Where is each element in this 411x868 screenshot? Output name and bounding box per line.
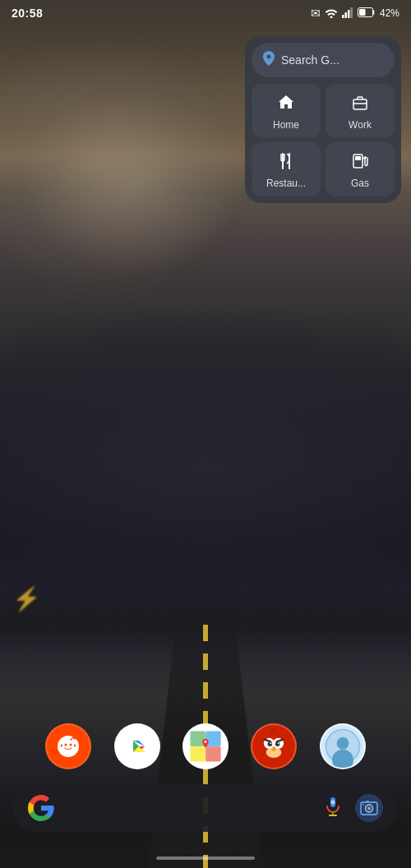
nav-work-label: Work <box>349 119 372 131</box>
svg-point-18 <box>70 744 72 746</box>
restaurant-icon <box>277 152 295 174</box>
svg-point-35 <box>275 741 280 746</box>
svg-point-48 <box>367 807 371 810</box>
battery-icon <box>358 7 376 20</box>
signal-icon <box>342 7 353 21</box>
svg-point-15 <box>61 738 76 753</box>
svg-rect-2 <box>348 10 350 18</box>
home-indicator[interactable] <box>156 856 255 860</box>
nav-home[interactable]: Home <box>252 84 321 137</box>
svg-rect-0 <box>342 15 344 18</box>
svg-rect-27 <box>206 746 221 762</box>
svg-rect-26 <box>190 746 206 762</box>
svg-rect-3 <box>350 7 353 18</box>
nav-gas-label: Gas <box>351 178 369 189</box>
status-icons: ✉ 42% <box>311 7 399 21</box>
svg-point-36 <box>270 742 272 744</box>
svg-rect-5 <box>359 9 366 16</box>
nav-restaurants-label: Restau... <box>266 178 306 189</box>
gas-icon <box>351 152 369 174</box>
work-icon <box>351 94 369 116</box>
app-row <box>0 723 411 769</box>
app-playstore[interactable] <box>114 723 160 769</box>
voice-search-button[interactable] <box>322 796 344 820</box>
maps-widget: Search G... Home Work <box>245 36 401 203</box>
app-angrybirds[interactable] <box>251 723 297 769</box>
app-maps[interactable] <box>182 723 229 769</box>
svg-point-17 <box>65 744 67 746</box>
home-icon <box>277 94 295 116</box>
maps-search-text: Search G... <box>281 53 339 67</box>
app-fifth[interactable] <box>320 723 366 769</box>
nav-restaurants[interactable]: Restau... <box>252 142 321 196</box>
svg-point-50 <box>363 804 364 806</box>
gmail-icon: ✉ <box>311 7 321 20</box>
nav-home-label: Home <box>273 119 299 131</box>
location-pin-icon <box>263 51 275 69</box>
quick-nav-grid: Home Work Restau. <box>252 84 395 196</box>
svg-point-28 <box>205 741 207 743</box>
status-bar: 20:58 ✉ <box>0 0 411 26</box>
svg-rect-6 <box>353 99 367 109</box>
battery-percent: 42% <box>380 7 399 19</box>
google-search-bar[interactable] <box>13 784 398 832</box>
svg-point-16 <box>74 737 76 740</box>
svg-rect-1 <box>344 12 347 18</box>
svg-point-37 <box>278 742 279 744</box>
google-lens-button[interactable] <box>355 794 383 822</box>
svg-point-34 <box>268 741 273 746</box>
nav-work[interactable]: Work <box>326 84 395 137</box>
svg-point-40 <box>336 737 349 750</box>
svg-point-45 <box>331 801 335 805</box>
google-logo <box>28 795 54 821</box>
maps-search-bar[interactable]: Search G... <box>252 43 395 77</box>
svg-rect-49 <box>366 801 369 803</box>
status-time: 20:58 <box>12 7 43 20</box>
svg-rect-11 <box>355 156 361 160</box>
nav-gas[interactable]: Gas <box>326 142 395 196</box>
wifi-icon <box>325 7 338 21</box>
app-reddit[interactable] <box>45 723 91 769</box>
svg-point-12 <box>364 156 367 159</box>
search-bar-actions <box>322 794 383 822</box>
